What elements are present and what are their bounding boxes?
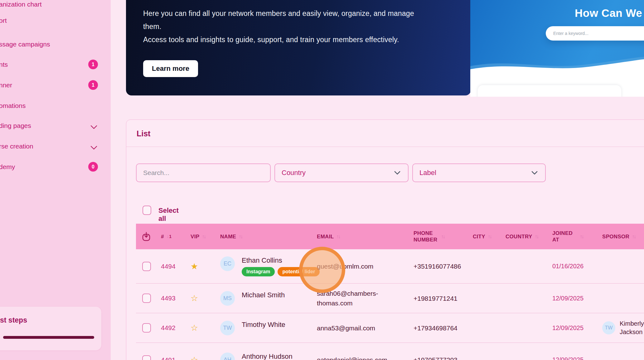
member-phone: +19819771241 (414, 294, 491, 303)
column-header-label: JOINED AT (552, 230, 577, 243)
label-filter-select[interactable]: Label (412, 163, 546, 182)
export-download-icon[interactable] (142, 232, 150, 241)
sponsor-avatar: TW (602, 321, 615, 334)
column-header-label: SPONSOR (602, 233, 629, 240)
row-checkbox[interactable] (142, 262, 151, 271)
sidebar-item-ding-pages[interactable]: ding pages (0, 119, 111, 133)
sidebar-item-omations[interactable]: omations (0, 99, 111, 113)
column-header-country[interactable]: COUNTRY↑↓ (506, 233, 552, 240)
sidebar-item-demy[interactable]: demy0 (0, 160, 111, 174)
search-box[interactable] (136, 163, 271, 182)
column-header-id[interactable]: #↓1 (161, 233, 191, 240)
sidebar-item-label: demy (0, 163, 15, 171)
member-name-cell: AHAnthony Hudson (220, 353, 317, 360)
sidebar-item-label: ssage campaigns (0, 41, 50, 48)
help-article-card[interactable] (478, 85, 621, 97)
column-header-label: COUNTRY (506, 233, 532, 240)
column-header-sponsor[interactable]: SPONSOR↑↓ (602, 233, 644, 240)
member-email: eatondaniel@jones.com (317, 355, 395, 360)
vip-star-outline-icon[interactable]: ☆ (191, 323, 220, 333)
member-id-link[interactable]: 4494 (161, 263, 191, 270)
table-row[interactable]: 4493☆MSMichael Smithsarah06@chambers-tho… (136, 284, 644, 313)
chevron-down-icon (394, 171, 400, 175)
table-row[interactable]: 4491☆AHAnthony Hudsoneatondaniel@jones.c… (136, 343, 644, 360)
sidebar-item-label: ding pages (0, 122, 31, 129)
avatar: EC (220, 256, 235, 271)
sort-arrows-icon: ↑↓ (336, 233, 340, 240)
count-badge: 0 (88, 162, 98, 172)
sidebar-item-rse-creation[interactable]: rse creation (0, 139, 111, 153)
promo-banner: Here you can find all your network membe… (126, 0, 471, 95)
sidebar-item-ort[interactable]: ort (0, 14, 111, 27)
label-badge: Instagram (242, 267, 275, 276)
row-checkbox[interactable] (142, 294, 151, 303)
chevron-down-icon (531, 171, 538, 175)
vip-star-outline-icon[interactable]: ☆ (191, 355, 220, 360)
sort-arrows-icon: ↑↓ (488, 233, 491, 240)
column-header-name[interactable]: NAME↑↓ (220, 233, 317, 240)
wave-decoration (470, 56, 644, 77)
table-row[interactable]: 4494★ECEthan CollinsInstagrampotential l… (136, 249, 644, 284)
sidebar-item-label: anization chart (0, 1, 42, 8)
promo-line-3: Access tools and insights to guide, supp… (143, 33, 414, 46)
column-header-label: PHONE NUMBER (414, 230, 438, 243)
count-badge: 1 (88, 80, 98, 90)
sponsor-name: KimberlyJackson (620, 319, 644, 336)
list-card-header: List (126, 120, 644, 147)
column-header-label: CITY (473, 233, 485, 240)
member-phone: +351916077486 (414, 261, 491, 271)
chevron-down-icon (90, 144, 97, 151)
member-joined-date: 12/09/2025 (552, 295, 602, 302)
member-id-link[interactable]: 4493 (161, 294, 191, 302)
sidebar: anization chartortssage campaignsnts1nne… (0, 0, 111, 360)
member-name-wrap: Ethan CollinsInstagrampotential lider (242, 256, 320, 276)
column-header-label: VIP (191, 233, 199, 240)
column-header-vip[interactable]: VIP↑↓ (191, 233, 220, 240)
column-header-city[interactable]: CITY↑↓ (473, 233, 506, 240)
learn-more-button[interactable]: Learn more (143, 60, 198, 77)
column-header-phone[interactable]: PHONE NUMBER↑↓ (414, 230, 473, 243)
sort-arrows-icon: ↑↓ (632, 233, 635, 240)
member-name-wrap: Timothy White (242, 321, 285, 329)
list-title: List (137, 129, 150, 138)
sidebar-item-anization-chart[interactable]: anization chart (0, 0, 111, 11)
member-id-link[interactable]: 4491 (161, 356, 191, 360)
member-email: sarah06@chambers-thomas.com (317, 289, 395, 308)
sort-arrows-icon: ↑↓ (239, 233, 242, 240)
member-label-badges: Instagrampotential lider (242, 267, 320, 276)
promo-line-1: Here you can find all your network membe… (143, 7, 414, 20)
member-name-wrap: Anthony Hudson (242, 353, 293, 360)
column-header-joined[interactable]: JOINED AT↑↓ (552, 230, 602, 243)
member-phone: +17934698764 (414, 323, 491, 333)
row-checkbox[interactable] (142, 355, 151, 360)
country-filter-select[interactable]: Country (274, 163, 409, 182)
first-steps-card: st steps (0, 307, 101, 350)
sidebar-item-nts[interactable]: nts1 (0, 58, 111, 71)
member-id-link[interactable]: 4492 (161, 324, 191, 332)
member-name-cell: MSMichael Smith (220, 291, 317, 306)
list-filters: Country Label (126, 163, 644, 182)
vip-star-outline-icon[interactable]: ☆ (191, 293, 220, 303)
promo-line-2: them. (143, 20, 414, 33)
chevron-down-icon (90, 123, 97, 131)
member-name: Timothy White (242, 321, 285, 329)
row-checkbox[interactable] (142, 323, 151, 333)
sidebar-item-ssage-campaigns[interactable]: ssage campaigns (0, 37, 111, 51)
members-table: #↓1VIP↑↓NAME↑↓EMAIL↑↓PHONE NUMBER↑↓CITY↑… (136, 224, 644, 360)
search-input[interactable] (137, 169, 255, 177)
select-all-checkbox[interactable] (143, 206, 151, 215)
member-email: guest@upmlm.com (317, 261, 395, 271)
member-joined-date: 12/09/2025 (552, 324, 602, 332)
help-search-input[interactable] (553, 31, 644, 36)
sidebar-item-label: ort (0, 17, 7, 24)
member-name-wrap: Michael Smith (242, 291, 285, 299)
sort-arrows-icon: ↑↓ (580, 233, 583, 240)
country-filter-label: Country (282, 169, 306, 177)
member-email: anna53@gmail.com (317, 323, 395, 333)
column-header-email[interactable]: EMAIL↑↓ (317, 233, 414, 240)
row-checkbox-cell (136, 294, 161, 303)
vip-star-filled-icon[interactable]: ★ (191, 261, 220, 271)
sidebar-item-nner[interactable]: nner1 (0, 78, 111, 92)
table-row[interactable]: 4492☆TWTimothy Whiteanna53@gmail.com+179… (136, 313, 644, 343)
help-search-box[interactable] (546, 26, 644, 41)
